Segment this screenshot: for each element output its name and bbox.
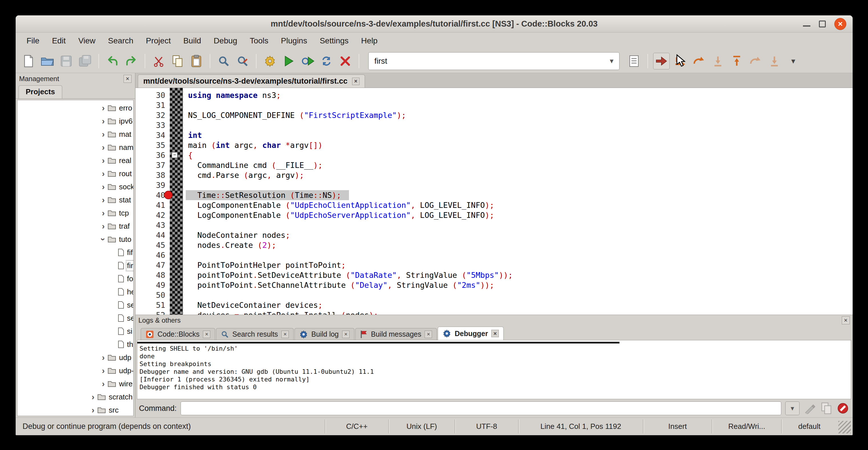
logs-tab-search-results[interactable]: Search results× bbox=[216, 328, 293, 340]
next-instruction-button[interactable] bbox=[747, 53, 764, 69]
editor-tab-close-icon[interactable]: × bbox=[352, 78, 360, 85]
build-and-run-button[interactable] bbox=[299, 53, 316, 69]
menu-settings[interactable]: Settings bbox=[313, 36, 355, 46]
line-number[interactable]: 30 bbox=[135, 90, 165, 100]
maximize-button[interactable] bbox=[819, 21, 826, 27]
tree-item-tcp[interactable]: ›tcp bbox=[18, 206, 133, 219]
minimize-button[interactable] bbox=[803, 25, 810, 27]
line-number[interactable]: 43 bbox=[135, 220, 165, 230]
tab-close-icon[interactable]: × bbox=[425, 331, 432, 338]
close-button[interactable]: × bbox=[834, 18, 846, 30]
command-dropdown-button[interactable]: ▾ bbox=[785, 401, 800, 415]
line-number[interactable]: 34 bbox=[135, 130, 165, 140]
tree-item-wire[interactable]: ›wire bbox=[18, 377, 133, 390]
menu-file[interactable]: File bbox=[20, 36, 45, 46]
line-number[interactable]: 35 bbox=[135, 140, 165, 150]
chevron-right-icon[interactable]: › bbox=[89, 393, 97, 401]
step-into-instruction-button[interactable] bbox=[766, 53, 783, 69]
tree-item-scratch[interactable]: ›scratch bbox=[18, 390, 133, 403]
chevron-right-icon[interactable]: › bbox=[99, 353, 107, 362]
tree-item-udp-[interactable]: ›udp- bbox=[18, 364, 133, 377]
tree-item-fir[interactable]: fir bbox=[18, 259, 133, 272]
build-target-combo[interactable]: first▾ bbox=[368, 52, 619, 70]
tree-item-se[interactable]: se bbox=[18, 298, 133, 311]
chevron-right-icon[interactable]: › bbox=[99, 169, 107, 178]
cut-button[interactable] bbox=[150, 53, 167, 69]
run-button[interactable] bbox=[280, 53, 297, 69]
tree-item-udp[interactable]: ›udp bbox=[18, 351, 133, 364]
tab-close-icon[interactable]: × bbox=[491, 330, 499, 337]
tree-item-real[interactable]: ›real bbox=[18, 154, 133, 167]
menu-plugins[interactable]: Plugins bbox=[275, 36, 314, 46]
tree-item-sock[interactable]: ›sock bbox=[18, 180, 133, 193]
title-bar[interactable]: mnt/dev/tools/source/ns-3-dev/examples/t… bbox=[16, 16, 852, 33]
chevron-right-icon[interactable]: › bbox=[99, 380, 107, 388]
fold-marker-icon[interactable]: − bbox=[172, 152, 178, 158]
menu-help[interactable]: Help bbox=[355, 36, 384, 46]
menu-build[interactable]: Build bbox=[177, 36, 207, 46]
chevron-right-icon[interactable]: › bbox=[99, 182, 107, 191]
menu-view[interactable]: View bbox=[72, 36, 101, 46]
logs-tab-build-log[interactable]: Build log× bbox=[294, 328, 354, 340]
chevron-right-icon[interactable]: › bbox=[99, 222, 107, 231]
tree-item-stat[interactable]: ›stat bbox=[18, 193, 133, 206]
line-number[interactable]: 41 bbox=[135, 200, 165, 210]
resize-grip[interactable] bbox=[838, 421, 851, 433]
tree-item-ipv6[interactable]: ›ipv6 bbox=[18, 115, 133, 128]
step-into-button[interactable] bbox=[710, 53, 726, 69]
line-number[interactable]: 37 bbox=[135, 160, 165, 170]
chevron-right-icon[interactable]: › bbox=[99, 103, 107, 112]
tree-item-src[interactable]: ›src bbox=[18, 403, 133, 416]
tree-item-tuto[interactable]: ›tuto bbox=[18, 233, 133, 246]
tree-item-traf[interactable]: ›traf bbox=[18, 219, 133, 233]
line-number[interactable]: 49 bbox=[135, 280, 165, 290]
chevron-right-icon[interactable]: › bbox=[99, 117, 107, 125]
chevron-right-icon[interactable]: › bbox=[99, 143, 107, 152]
redo-button[interactable] bbox=[123, 53, 140, 69]
chevron-down-icon[interactable]: ▾ bbox=[610, 57, 614, 65]
save-button[interactable] bbox=[58, 53, 74, 69]
line-number[interactable]: 32 bbox=[135, 110, 165, 120]
chevron-right-icon[interactable]: › bbox=[99, 156, 107, 165]
chevron-right-icon[interactable]: › bbox=[99, 196, 107, 204]
next-line-button[interactable] bbox=[691, 53, 707, 69]
tree-item-erro[interactable]: ›erro bbox=[18, 101, 133, 115]
line-number[interactable]: 33 bbox=[135, 120, 165, 130]
tree-item-mat[interactable]: ›mat bbox=[18, 128, 133, 141]
chevron-right-icon[interactable]: › bbox=[99, 130, 107, 139]
copy-button[interactable] bbox=[169, 53, 186, 69]
line-number[interactable]: 51 bbox=[135, 300, 165, 310]
tab-close-icon[interactable]: × bbox=[203, 331, 210, 338]
menu-edit[interactable]: Edit bbox=[45, 36, 72, 46]
logs-tab-debugger[interactable]: Debugger× bbox=[438, 327, 504, 340]
menu-debug[interactable]: Debug bbox=[208, 36, 244, 46]
find-button[interactable] bbox=[215, 53, 232, 69]
undo-button[interactable] bbox=[104, 53, 121, 69]
send-command-icon[interactable] bbox=[804, 402, 816, 415]
logs-tab-code-blocks[interactable]: Code::Blocks× bbox=[141, 328, 215, 340]
chevron-right-icon[interactable]: › bbox=[89, 406, 97, 414]
tab-projects[interactable]: Projects bbox=[19, 85, 62, 98]
code-editor[interactable]: 30using namespace ns3;3132NS_LOG_COMPONE… bbox=[135, 88, 852, 314]
line-number[interactable]: 31 bbox=[135, 100, 165, 110]
logs-tab-build-messages[interactable]: Build messages× bbox=[355, 328, 437, 340]
line-number[interactable]: 52 bbox=[135, 310, 165, 314]
debugger-command-input[interactable] bbox=[181, 401, 781, 415]
tree-item-th[interactable]: th bbox=[18, 338, 133, 351]
new-file-button[interactable] bbox=[20, 53, 37, 69]
line-number[interactable]: 50 bbox=[135, 290, 165, 300]
line-number[interactable]: 39 bbox=[135, 180, 165, 190]
line-number[interactable]: 36 bbox=[135, 150, 165, 160]
copy-output-icon[interactable] bbox=[820, 402, 833, 415]
line-number[interactable]: 40 bbox=[135, 190, 165, 200]
menu-project[interactable]: Project bbox=[140, 36, 177, 46]
line-number[interactable]: 48 bbox=[135, 270, 165, 280]
replace-button[interactable] bbox=[234, 53, 251, 69]
chevron-right-icon[interactable]: › bbox=[99, 366, 107, 375]
line-number[interactable]: 46 bbox=[135, 250, 165, 260]
line-number[interactable]: 38 bbox=[135, 170, 165, 180]
line-number[interactable]: 45 bbox=[135, 240, 165, 250]
tree-item-rout[interactable]: ›rout bbox=[18, 167, 133, 180]
rebuild-button[interactable] bbox=[318, 53, 335, 69]
open-file-button[interactable] bbox=[39, 53, 56, 69]
